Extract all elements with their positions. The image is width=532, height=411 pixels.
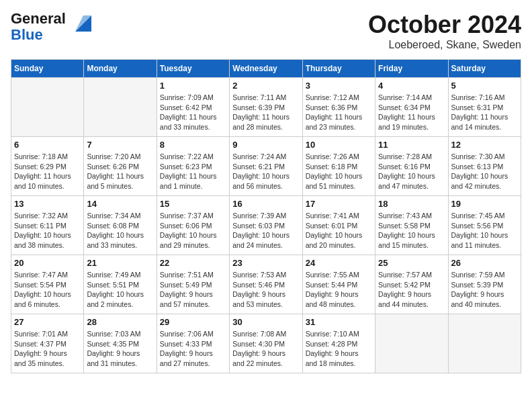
calendar-week-row: 6Sunrise: 7:18 AM Sunset: 6:29 PM Daylig… bbox=[11, 137, 521, 196]
col-tuesday: Tuesday bbox=[157, 60, 229, 78]
day-info: Sunrise: 7:57 AM Sunset: 5:42 PM Dayligh… bbox=[378, 270, 445, 310]
day-info: Sunrise: 7:39 AM Sunset: 6:03 PM Dayligh… bbox=[232, 211, 299, 250]
day-number: 12 bbox=[451, 140, 518, 150]
table-row: 11Sunrise: 7:28 AM Sunset: 6:16 PM Dayli… bbox=[375, 137, 448, 196]
day-number: 5 bbox=[451, 81, 518, 91]
day-number: 6 bbox=[14, 140, 81, 150]
col-sunday: Sunday bbox=[11, 60, 84, 78]
day-info: Sunrise: 7:43 AM Sunset: 5:58 PM Dayligh… bbox=[378, 211, 445, 250]
col-saturday: Saturday bbox=[448, 60, 521, 78]
logo-blue: Blue bbox=[11, 26, 43, 43]
table-row bbox=[448, 314, 521, 373]
day-number: 27 bbox=[14, 317, 81, 327]
table-row: 4Sunrise: 7:14 AM Sunset: 6:34 PM Daylig… bbox=[375, 78, 448, 137]
day-number: 1 bbox=[160, 81, 226, 91]
table-row: 1Sunrise: 7:09 AM Sunset: 6:42 PM Daylig… bbox=[157, 78, 229, 137]
day-info: Sunrise: 7:30 AM Sunset: 6:13 PM Dayligh… bbox=[451, 152, 518, 191]
day-number: 8 bbox=[160, 140, 226, 150]
table-row: 29Sunrise: 7:06 AM Sunset: 4:33 PM Dayli… bbox=[157, 314, 229, 373]
day-number: 14 bbox=[87, 199, 153, 209]
table-row: 13Sunrise: 7:32 AM Sunset: 6:11 PM Dayli… bbox=[11, 196, 84, 255]
col-monday: Monday bbox=[84, 60, 157, 78]
day-info: Sunrise: 7:41 AM Sunset: 6:01 PM Dayligh… bbox=[306, 211, 372, 250]
day-info: Sunrise: 7:59 AM Sunset: 5:39 PM Dayligh… bbox=[451, 270, 518, 310]
table-row: 26Sunrise: 7:59 AM Sunset: 5:39 PM Dayli… bbox=[448, 255, 521, 314]
day-number: 2 bbox=[232, 81, 299, 91]
calendar-header-row: Sunday Monday Tuesday Wednesday Thursday… bbox=[11, 60, 521, 78]
day-info: Sunrise: 7:18 AM Sunset: 6:29 PM Dayligh… bbox=[14, 152, 81, 191]
table-row bbox=[11, 78, 84, 137]
title-block: October 2024 Loeberoed, Skane, Sweden bbox=[368, 11, 521, 51]
day-info: Sunrise: 7:22 AM Sunset: 6:23 PM Dayligh… bbox=[160, 152, 226, 191]
table-row: 9Sunrise: 7:24 AM Sunset: 6:21 PM Daylig… bbox=[230, 137, 302, 196]
day-info: Sunrise: 7:24 AM Sunset: 6:21 PM Dayligh… bbox=[232, 152, 299, 191]
day-info: Sunrise: 7:03 AM Sunset: 4:35 PM Dayligh… bbox=[87, 329, 153, 369]
table-row: 21Sunrise: 7:49 AM Sunset: 5:51 PM Dayli… bbox=[84, 255, 157, 314]
table-row: 19Sunrise: 7:45 AM Sunset: 5:56 PM Dayli… bbox=[448, 196, 521, 255]
table-row: 16Sunrise: 7:39 AM Sunset: 6:03 PM Dayli… bbox=[230, 196, 302, 255]
table-row: 23Sunrise: 7:53 AM Sunset: 5:46 PM Dayli… bbox=[230, 255, 302, 314]
table-row: 15Sunrise: 7:37 AM Sunset: 6:06 PM Dayli… bbox=[157, 196, 229, 255]
table-row: 31Sunrise: 7:10 AM Sunset: 4:28 PM Dayli… bbox=[302, 314, 375, 373]
logo-icon bbox=[70, 13, 91, 32]
location-subtitle: Loeberoed, Skane, Sweden bbox=[368, 39, 521, 51]
calendar-week-row: 1Sunrise: 7:09 AM Sunset: 6:42 PM Daylig… bbox=[11, 78, 521, 137]
day-info: Sunrise: 7:55 AM Sunset: 5:44 PM Dayligh… bbox=[306, 270, 372, 310]
day-info: Sunrise: 7:34 AM Sunset: 6:08 PM Dayligh… bbox=[87, 211, 153, 250]
day-info: Sunrise: 7:08 AM Sunset: 4:30 PM Dayligh… bbox=[232, 329, 299, 369]
day-number: 23 bbox=[232, 258, 299, 268]
day-number: 17 bbox=[306, 199, 372, 209]
day-number: 28 bbox=[87, 317, 153, 327]
day-number: 18 bbox=[378, 199, 445, 209]
table-row bbox=[84, 78, 157, 137]
day-number: 10 bbox=[306, 140, 372, 150]
table-row: 18Sunrise: 7:43 AM Sunset: 5:58 PM Dayli… bbox=[375, 196, 448, 255]
day-number: 9 bbox=[232, 140, 299, 150]
day-info: Sunrise: 7:37 AM Sunset: 6:06 PM Dayligh… bbox=[160, 211, 226, 250]
table-row: 22Sunrise: 7:51 AM Sunset: 5:49 PM Dayli… bbox=[157, 255, 229, 314]
day-info: Sunrise: 7:06 AM Sunset: 4:33 PM Dayligh… bbox=[160, 329, 226, 369]
day-number: 24 bbox=[306, 258, 372, 268]
day-info: Sunrise: 7:12 AM Sunset: 6:36 PM Dayligh… bbox=[306, 93, 372, 132]
col-friday: Friday bbox=[375, 60, 448, 78]
day-info: Sunrise: 7:47 AM Sunset: 5:54 PM Dayligh… bbox=[14, 270, 81, 310]
table-row: 30Sunrise: 7:08 AM Sunset: 4:30 PM Dayli… bbox=[230, 314, 302, 373]
day-info: Sunrise: 7:28 AM Sunset: 6:16 PM Dayligh… bbox=[378, 152, 445, 191]
table-row: 27Sunrise: 7:01 AM Sunset: 4:37 PM Dayli… bbox=[11, 314, 84, 373]
table-row: 2Sunrise: 7:11 AM Sunset: 6:39 PM Daylig… bbox=[230, 78, 302, 137]
day-number: 3 bbox=[306, 81, 372, 91]
day-number: 16 bbox=[232, 199, 299, 209]
day-number: 30 bbox=[232, 317, 299, 327]
table-row: 6Sunrise: 7:18 AM Sunset: 6:29 PM Daylig… bbox=[11, 137, 84, 196]
table-row: 7Sunrise: 7:20 AM Sunset: 6:26 PM Daylig… bbox=[84, 137, 157, 196]
day-info: Sunrise: 7:10 AM Sunset: 4:28 PM Dayligh… bbox=[306, 329, 372, 369]
day-number: 7 bbox=[87, 140, 153, 150]
table-row: 17Sunrise: 7:41 AM Sunset: 6:01 PM Dayli… bbox=[302, 196, 375, 255]
day-number: 20 bbox=[14, 258, 81, 268]
table-row: 14Sunrise: 7:34 AM Sunset: 6:08 PM Dayli… bbox=[84, 196, 157, 255]
day-info: Sunrise: 7:26 AM Sunset: 6:18 PM Dayligh… bbox=[306, 152, 372, 191]
calendar-table: Sunday Monday Tuesday Wednesday Thursday… bbox=[11, 59, 521, 373]
day-number: 19 bbox=[451, 199, 518, 209]
day-number: 11 bbox=[378, 140, 445, 150]
table-row: 28Sunrise: 7:03 AM Sunset: 4:35 PM Dayli… bbox=[84, 314, 157, 373]
logo-general: General bbox=[11, 10, 66, 27]
day-info: Sunrise: 7:32 AM Sunset: 6:11 PM Dayligh… bbox=[14, 211, 81, 250]
day-number: 15 bbox=[160, 199, 226, 209]
col-thursday: Thursday bbox=[302, 60, 375, 78]
day-info: Sunrise: 7:09 AM Sunset: 6:42 PM Dayligh… bbox=[160, 93, 226, 132]
table-row bbox=[375, 314, 448, 373]
day-info: Sunrise: 7:14 AM Sunset: 6:34 PM Dayligh… bbox=[378, 93, 445, 132]
day-number: 4 bbox=[378, 81, 445, 91]
day-number: 25 bbox=[378, 258, 445, 268]
month-title: October 2024 bbox=[368, 11, 521, 39]
table-row: 3Sunrise: 7:12 AM Sunset: 6:36 PM Daylig… bbox=[302, 78, 375, 137]
day-info: Sunrise: 7:45 AM Sunset: 5:56 PM Dayligh… bbox=[451, 211, 518, 250]
calendar-week-row: 13Sunrise: 7:32 AM Sunset: 6:11 PM Dayli… bbox=[11, 196, 521, 255]
day-number: 13 bbox=[14, 199, 81, 209]
day-number: 29 bbox=[160, 317, 226, 327]
table-row: 12Sunrise: 7:30 AM Sunset: 6:13 PM Dayli… bbox=[448, 137, 521, 196]
page-header: General Blue October 2024 Loeberoed, Ska… bbox=[11, 11, 521, 51]
day-number: 26 bbox=[451, 258, 518, 268]
calendar-week-row: 27Sunrise: 7:01 AM Sunset: 4:37 PM Dayli… bbox=[11, 314, 521, 373]
